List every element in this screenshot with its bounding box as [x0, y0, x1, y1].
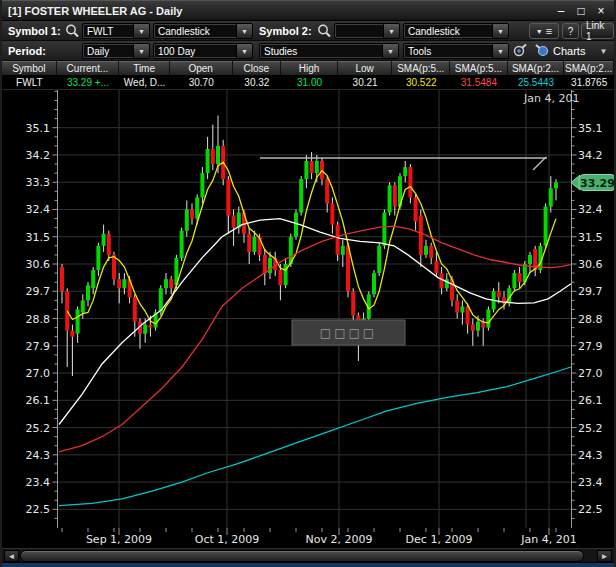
chevron-down-icon[interactable]: ▼: [133, 44, 149, 58]
y-axis-label: 30.6: [26, 258, 51, 271]
quote-header-cell[interactable]: High: [281, 61, 338, 75]
tools-value: Tools: [404, 44, 492, 58]
zoom-in-icon[interactable]: [512, 43, 529, 59]
charts-dropdown[interactable]: Charts ▼: [553, 43, 613, 59]
y-axis-label: 31.5: [26, 231, 51, 244]
quote-header-cell[interactable]: Open: [170, 61, 233, 75]
candle-down: [419, 216, 423, 255]
y-axis-label: 25.2: [26, 422, 51, 435]
trendline-handle[interactable]: [533, 157, 546, 170]
candle-down: [232, 216, 236, 228]
candle-up: [252, 237, 256, 252]
maximize-icon[interactable]: □: [574, 4, 588, 18]
candle-up: [486, 309, 490, 327]
candle-up: [528, 255, 532, 264]
candle-up: [200, 173, 204, 197]
symbol2-combobox[interactable]: ▼: [334, 23, 400, 39]
y-axis-label: 34.2: [26, 149, 51, 162]
chevron-down-icon[interactable]: ▼: [492, 24, 508, 38]
chart-menu-button[interactable]: ▼ ≡: [529, 23, 559, 39]
horizontal-scrollbar[interactable]: ◄ ►: [2, 548, 614, 562]
title-bar[interactable]: [1] FOSTER WHEELER AG - Daily – □ ×: [2, 0, 614, 21]
y-axis-label: 28.8: [26, 313, 51, 326]
range-value: 100 Day: [154, 44, 236, 58]
chevron-down-icon[interactable]: ▼: [236, 24, 252, 38]
quote-value-cell: 25.5443: [508, 75, 565, 90]
quote-header-cell[interactable]: SMA(p:2...: [564, 61, 614, 75]
scroll-left-icon[interactable]: ◄: [4, 550, 19, 562]
candle-down: [497, 291, 501, 297]
quote-table-header: SymbolCurrent...TimeOpenCloseHighLowSMA(…: [2, 61, 614, 75]
chevron-down-icon[interactable]: ▼: [133, 24, 149, 38]
candle-up: [424, 246, 428, 255]
search-icon[interactable]: [65, 23, 80, 39]
candle-up: [91, 270, 95, 288]
style1-value: Candlestick: [154, 24, 236, 38]
quote-header-cell[interactable]: SMA(p:5...: [392, 61, 450, 75]
quote-header-cell[interactable]: SMA(p:2...: [508, 61, 565, 75]
tools-combobox[interactable]: Tools ▼: [403, 43, 509, 59]
style2-combobox[interactable]: Candlestick ▼: [403, 23, 509, 39]
window-title: [1] FOSTER WHEELER AG - Daily: [2, 5, 182, 17]
window-bottom-edge: [2, 562, 614, 567]
scrollbar-thumb[interactable]: [20, 550, 584, 562]
candle-down: [60, 267, 64, 291]
candle-down: [117, 279, 121, 288]
candle-down: [518, 273, 522, 282]
y-axis-label: 23.4: [26, 476, 51, 489]
studies-combobox[interactable]: Studies ▼: [259, 43, 399, 59]
y-axis-label: 24.3: [26, 449, 51, 462]
chevron-down-icon[interactable]: ▼: [236, 44, 252, 58]
candlestick-chart-canvas[interactable]: 22.522.523.423.424.324.325.225.226.126.1…: [2, 90, 616, 548]
quote-header-cell[interactable]: Time: [119, 61, 170, 75]
y-axis-label: 30.6: [578, 258, 603, 271]
period-combobox[interactable]: Daily ▼: [82, 43, 150, 59]
quote-header-cell[interactable]: Low: [338, 61, 393, 75]
y-axis-label: 33.3: [26, 176, 51, 189]
y-axis-label: 27.0: [578, 367, 603, 380]
quote-value-cell: 31.00: [281, 75, 338, 90]
candle-down: [112, 255, 116, 279]
chevron-down-icon: ▼: [599, 47, 607, 56]
range-combobox[interactable]: 100 Day ▼: [153, 43, 253, 59]
candle-down: [65, 291, 69, 330]
candle-down: [429, 246, 433, 258]
candle-up: [185, 209, 189, 230]
candle-down: [393, 185, 397, 206]
period-value: Daily: [83, 44, 133, 58]
candle-up: [512, 273, 516, 288]
candle-up: [294, 213, 298, 237]
link-button[interactable]: Link 1: [581, 23, 614, 39]
price-chart[interactable]: 22.522.523.423.424.324.325.225.226.126.1…: [2, 90, 616, 548]
close-icon[interactable]: ×: [594, 4, 608, 18]
style2-value: Candlestick: [404, 24, 492, 38]
chevron-down-icon[interactable]: ▼: [492, 44, 508, 58]
quote-header-cell[interactable]: Close: [233, 61, 282, 75]
candle-down: [226, 179, 230, 215]
y-axis-label: 29.7: [578, 285, 603, 298]
minimize-icon[interactable]: –: [554, 4, 568, 18]
quote-header-cell[interactable]: Symbol: [2, 61, 57, 75]
style1-combobox[interactable]: Candlestick ▼: [153, 23, 253, 39]
quote-header-cell[interactable]: SMA(p:5...: [450, 61, 508, 75]
chevron-down-icon[interactable]: ▼: [383, 24, 399, 38]
symbol-toolbar: Symbol 1: FWLT ▼ Candlestick ▼ Symbol 2:…: [2, 21, 614, 41]
candle-up: [122, 279, 126, 288]
chevron-down-icon[interactable]: ▼: [382, 44, 398, 58]
y-axis-label: 27.9: [26, 340, 51, 353]
help-button[interactable]: ?: [562, 23, 579, 39]
candle-down: [70, 331, 74, 337]
quote-header-cell[interactable]: Current...: [57, 61, 120, 75]
period-label: Period:: [8, 45, 46, 57]
candle-down: [211, 149, 215, 164]
candle-up: [372, 273, 376, 294]
y-axis-label: 32.4: [578, 203, 603, 216]
symbol1-combobox[interactable]: FWLT ▼: [82, 23, 150, 39]
scroll-right-icon[interactable]: ►: [597, 550, 612, 562]
candle-down: [466, 306, 470, 324]
y-axis-label: 25.2: [578, 422, 603, 435]
candle-up: [180, 231, 184, 258]
zoom-reset-icon[interactable]: [534, 43, 551, 59]
sma-200-cyan: [59, 367, 571, 506]
search-icon[interactable]: [317, 23, 332, 39]
